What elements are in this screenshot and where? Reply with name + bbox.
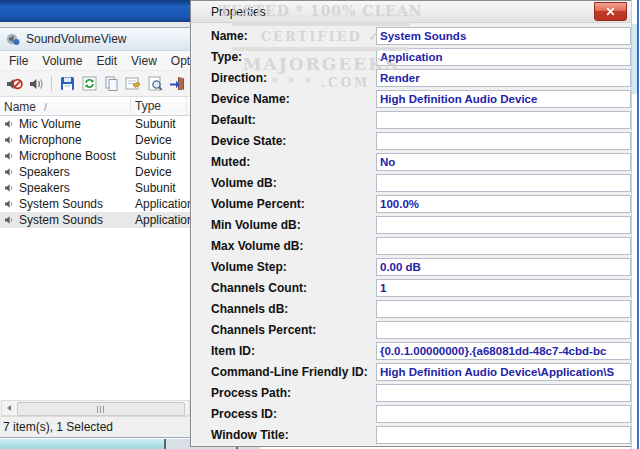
property-value-field[interactable] (376, 300, 631, 318)
property-value-field[interactable]: Application (376, 48, 631, 66)
toolbar (0, 71, 191, 97)
property-label: Name: (191, 29, 376, 43)
property-value-field[interactable] (376, 174, 631, 192)
list-item-type-cell: Device (131, 165, 187, 179)
property-value-field[interactable]: 100.0% (376, 195, 631, 213)
property-row: Process Path: (191, 382, 631, 403)
list-item[interactable]: System Sounds Application (0, 212, 191, 228)
speaker-icon (4, 167, 14, 177)
list-header: Name / Type (0, 97, 191, 116)
item-name: Speakers (19, 165, 70, 179)
property-value-field[interactable]: 1 (376, 279, 631, 297)
save-button[interactable] (57, 74, 77, 94)
exit-button[interactable] (167, 74, 187, 94)
property-value-field[interactable] (376, 216, 631, 234)
property-row: Name: System Sounds (191, 25, 631, 46)
menu-item-file[interactable]: File (2, 52, 35, 70)
property-value-field[interactable]: Render (376, 69, 631, 87)
property-label: Command-Line Friendly ID: (191, 365, 376, 379)
speaker-icon (4, 199, 14, 209)
speaker-icon (4, 135, 14, 145)
copy-button[interactable] (101, 74, 121, 94)
property-value-field[interactable]: System Sounds (376, 27, 631, 45)
property-value-field[interactable]: High Definition Audio Device (376, 90, 631, 108)
property-value-field[interactable]: No (376, 153, 631, 171)
property-row: Window Title: (191, 424, 631, 445)
property-row: Channels dB: (191, 298, 631, 319)
list-item[interactable]: Speakers Subunit (0, 180, 191, 196)
item-type: Subunit (135, 117, 176, 131)
column-header-name[interactable]: Name / (0, 97, 131, 115)
speaker-icon (4, 119, 14, 129)
search-button[interactable] (145, 74, 165, 94)
speaker-icon (4, 151, 14, 161)
list-item-name-cell: Microphone (0, 133, 131, 147)
list-item-type-cell: Subunit (131, 149, 187, 163)
property-label: Type: (191, 50, 376, 64)
search-icon (148, 76, 163, 91)
menu-item-edit[interactable]: Edit (89, 52, 124, 70)
property-value-field[interactable] (376, 384, 631, 402)
dialog-titlebar[interactable]: Properties (191, 1, 631, 23)
property-label: Channels Percent: (191, 323, 376, 337)
property-fields: Name: System Sounds Type: Application Di… (191, 25, 631, 445)
properties-dialog: Properties Name: System Sounds Type: App… (190, 0, 632, 447)
property-value-field[interactable] (376, 132, 631, 150)
property-label: Min Volume dB: (191, 218, 376, 232)
property-label: Channels dB: (191, 302, 376, 316)
list-item-name-cell: System Sounds (0, 197, 131, 211)
property-label: Device State: (191, 134, 376, 148)
column-header-type[interactable]: Type (131, 97, 187, 115)
speaker-icon (4, 183, 14, 193)
list-item-type-cell: Subunit (131, 117, 187, 131)
scroll-left-arrow[interactable] (2, 401, 16, 415)
property-value-field[interactable]: High Definition Audio Device\Application… (376, 363, 631, 381)
property-value-field[interactable]: 0.00 dB (376, 258, 631, 276)
menu-item-volume[interactable]: Volume (35, 52, 89, 70)
list-item[interactable]: Speakers Device (0, 164, 191, 180)
list-item[interactable]: Mic Volume Subunit (0, 116, 191, 132)
close-button[interactable] (594, 2, 627, 21)
window-titlebar[interactable]: SoundVolumeView (0, 28, 191, 51)
refresh-icon (82, 76, 97, 91)
item-name: Mic Volume (19, 117, 81, 131)
property-label: Process Path: (191, 386, 376, 400)
speaker-icon (29, 76, 43, 92)
horizontal-scrollbar[interactable] (1, 400, 190, 416)
list-item[interactable]: Microphone Boost Subunit (0, 148, 191, 164)
menu-bar: FileVolumeEditViewOptionsH (0, 51, 191, 71)
property-row: Type: Application (191, 46, 631, 67)
list-rows: Mic Volume Subunit Microphone Device (0, 116, 191, 228)
unmute-button[interactable] (26, 74, 46, 94)
mute-button[interactable] (4, 74, 24, 94)
property-row: Process ID: (191, 403, 631, 424)
property-row: Device State: (191, 130, 631, 151)
scrollbar-thumb[interactable] (17, 402, 185, 416)
properties-button[interactable] (123, 74, 143, 94)
list-item-type-cell: Application (131, 213, 187, 227)
property-value-field[interactable] (376, 111, 631, 129)
speaker-icon (4, 215, 14, 225)
property-value-field[interactable] (376, 426, 631, 444)
property-value-field[interactable] (376, 237, 631, 255)
refresh-button[interactable] (79, 74, 99, 94)
list-item-name-cell: System Sounds (0, 213, 131, 227)
list-item[interactable]: System Sounds Application (0, 196, 191, 212)
property-value-field[interactable] (376, 321, 631, 339)
property-row: Default: (191, 109, 631, 130)
menu-item-view[interactable]: View (124, 52, 164, 70)
list-item[interactable]: Microphone Device (0, 132, 191, 148)
item-name: System Sounds (19, 197, 103, 211)
property-label: Direction: (191, 71, 376, 85)
property-value-field[interactable] (376, 405, 631, 423)
property-label: Default: (191, 113, 376, 127)
exit-icon (169, 76, 185, 91)
property-row: Volume Step: 0.00 dB (191, 256, 631, 277)
property-label: Volume dB: (191, 176, 376, 190)
taskbar-button[interactable] (0, 439, 164, 449)
property-value-field[interactable]: {0.0.1.00000000}.{a68081dd-48c7-4cbd-bc (376, 342, 631, 360)
property-row: Command-Line Friendly ID: High Definitio… (191, 361, 631, 382)
mute-icon (6, 76, 23, 92)
property-row: Max Volume dB: (191, 235, 631, 256)
app-icon (6, 32, 20, 46)
